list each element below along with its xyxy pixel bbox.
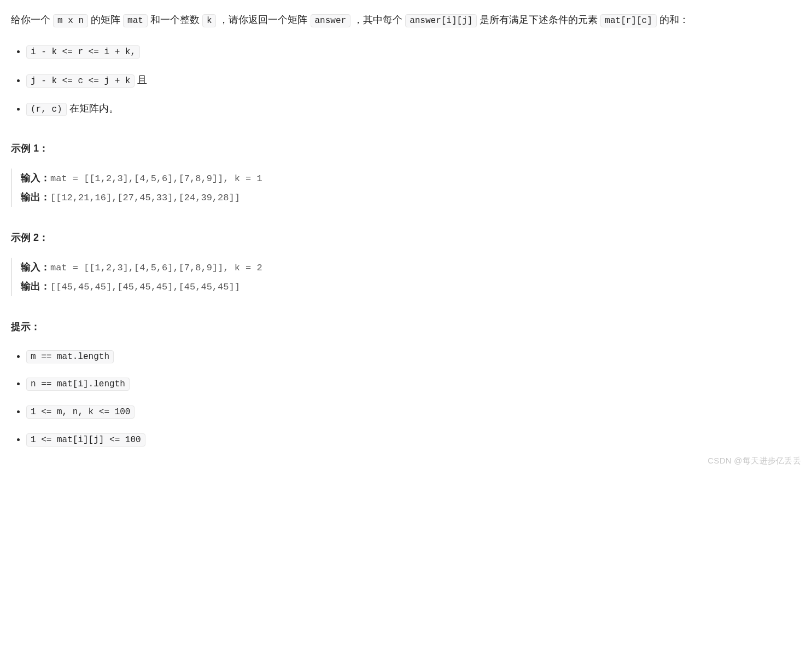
code-answer: answer bbox=[311, 14, 351, 27]
hint-code: n == mat[i].length bbox=[26, 378, 130, 391]
condition-item: i - k <= r <= i + k, bbox=[26, 42, 801, 60]
hint-item: 1 <= m, n, k <= 100 bbox=[26, 402, 801, 420]
code-answerij: answer[i][j] bbox=[405, 14, 477, 27]
desc-text: ，请你返回一个矩阵 bbox=[216, 14, 310, 25]
problem-description: 给你一个 m x n 的矩阵 mat 和一个整数 k ，请你返回一个矩阵 ans… bbox=[11, 11, 801, 29]
desc-text: 的矩阵 bbox=[88, 14, 123, 25]
desc-text: 的和： bbox=[657, 14, 689, 25]
output-label: 输出： bbox=[21, 192, 50, 202]
code-k: k bbox=[202, 14, 217, 27]
watermark: CSDN @每天进步亿丢丢 bbox=[708, 453, 801, 468]
code-matrc: mat[r][c] bbox=[600, 14, 656, 27]
input-value: mat = [[1,2,3],[4,5,6],[7,8,9]], k = 1 bbox=[50, 173, 262, 184]
hint-code: 1 <= m, n, k <= 100 bbox=[26, 405, 135, 419]
example-1-block: 输入：mat = [[1,2,3],[4,5,6],[7,8,9]], k = … bbox=[11, 169, 801, 207]
condition-code: j - k <= c <= j + k bbox=[26, 74, 135, 88]
hint-code: 1 <= mat[i][j] <= 100 bbox=[26, 433, 145, 447]
input-label: 输入： bbox=[21, 172, 50, 183]
example-2-block: 输入：mat = [[1,2,3],[4,5,6],[7,8,9]], k = … bbox=[11, 258, 801, 297]
desc-text: 是所有满足下述条件的元素 bbox=[477, 14, 600, 25]
description-paragraph: 给你一个 m x n 的矩阵 mat 和一个整数 k ，请你返回一个矩阵 ans… bbox=[11, 11, 801, 29]
hint-code: m == mat.length bbox=[26, 350, 114, 363]
example-output-line: 输出：[[12,21,16],[27,45,33],[24,39,28]] bbox=[21, 188, 801, 207]
input-value: mat = [[1,2,3],[4,5,6],[7,8,9]], k = 2 bbox=[50, 263, 262, 273]
example-1-title: 示例 1： bbox=[11, 140, 801, 157]
hint-item: m == mat.length bbox=[26, 347, 801, 365]
condition-item: j - k <= c <= j + k 且 bbox=[26, 71, 801, 89]
condition-suffix: 且 bbox=[135, 74, 147, 85]
output-value: [[45,45,45],[45,45,45],[45,45,45]] bbox=[50, 282, 240, 292]
code-mat: mat bbox=[123, 14, 148, 27]
condition-item: (r, c) 在矩阵内。 bbox=[26, 100, 801, 118]
condition-code: (r, c) bbox=[26, 103, 67, 116]
desc-text: ，其中每个 bbox=[350, 14, 405, 25]
desc-text: 和一个整数 bbox=[148, 14, 202, 25]
output-label: 输出： bbox=[21, 281, 50, 292]
example-output-line: 输出：[[45,45,45],[45,45,45],[45,45,45]] bbox=[21, 277, 801, 296]
condition-code: i - k <= r <= i + k, bbox=[26, 45, 140, 59]
code-mn: m x n bbox=[53, 14, 88, 27]
desc-text: 给你一个 bbox=[11, 14, 53, 25]
example-2-title: 示例 2： bbox=[11, 229, 801, 246]
example-input-line: 输入：mat = [[1,2,3],[4,5,6],[7,8,9]], k = … bbox=[21, 258, 801, 277]
hints-list: m == mat.length n == mat[i].length 1 <= … bbox=[11, 347, 801, 448]
hint-item: n == mat[i].length bbox=[26, 374, 801, 392]
hint-item: 1 <= mat[i][j] <= 100 bbox=[26, 430, 801, 448]
example-input-line: 输入：mat = [[1,2,3],[4,5,6],[7,8,9]], k = … bbox=[21, 169, 801, 188]
input-label: 输入： bbox=[21, 262, 50, 273]
condition-suffix: 在矩阵内。 bbox=[67, 103, 119, 114]
conditions-list: i - k <= r <= i + k, j - k <= c <= j + k… bbox=[11, 42, 801, 118]
hints-title: 提示： bbox=[11, 318, 801, 335]
output-value: [[12,21,16],[27,45,33],[24,39,28]] bbox=[50, 193, 240, 203]
